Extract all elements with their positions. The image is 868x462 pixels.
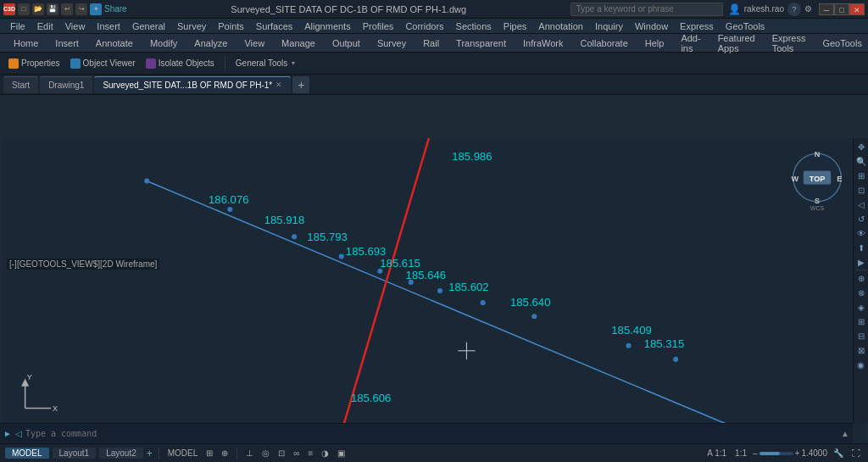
lineweight-button[interactable]: ≡ xyxy=(305,448,315,458)
layout1-tab[interactable]: Layout1 xyxy=(53,448,97,459)
save-icon[interactable]: 💾 xyxy=(47,3,58,15)
minimize-button[interactable]: ─ xyxy=(819,3,834,15)
menu-alignments[interactable]: Alignments xyxy=(299,19,355,34)
transparency-button[interactable]: ◑ xyxy=(319,448,331,458)
tool3-button[interactable]: ◈ xyxy=(854,300,868,314)
tab-annotate[interactable]: Annotate xyxy=(87,35,142,52)
fullscreen-icon[interactable]: ⛶ xyxy=(849,448,863,458)
tab-view[interactable]: View xyxy=(236,35,273,52)
close-button[interactable]: ✕ xyxy=(849,3,865,15)
add-layout-button[interactable]: + xyxy=(147,448,153,459)
menu-annotation[interactable]: Annotation xyxy=(533,19,588,34)
menu-pipes[interactable]: Pipes xyxy=(498,19,532,34)
tab-featured[interactable]: Featured Apps xyxy=(709,35,764,52)
share-label[interactable]: Share xyxy=(104,3,127,15)
undo-icon[interactable]: ↩ xyxy=(61,3,73,15)
add-tab-button[interactable]: + xyxy=(292,76,309,93)
object-viewer-button[interactable]: Object Viewer xyxy=(67,57,139,70)
pan-button[interactable]: ✥ xyxy=(854,140,868,153)
menu-insert[interactable]: Insert xyxy=(92,19,125,34)
tab-express[interactable]: Express Tools xyxy=(764,35,815,52)
zoom-extents-button[interactable]: ⊡ xyxy=(854,183,868,197)
app-logo-icon[interactable]: C3D xyxy=(3,3,15,15)
menu-view[interactable]: View xyxy=(60,19,91,34)
share-icon[interactable]: ✦ xyxy=(90,3,102,15)
ortho-button[interactable]: ⊥ xyxy=(243,448,256,458)
viewport-scale[interactable]: 1:1 xyxy=(732,448,749,458)
tab-home[interactable]: Home xyxy=(5,35,47,52)
properties-button[interactable]: Properties xyxy=(5,57,64,70)
help-icon[interactable]: ? xyxy=(787,3,801,16)
tool7-button[interactable]: ◉ xyxy=(854,358,868,371)
new-icon[interactable]: □ xyxy=(18,3,30,15)
tab-infrawork[interactable]: InfraWork xyxy=(515,35,571,52)
layout2-tab[interactable]: Layout2 xyxy=(99,448,143,459)
show-motion-button[interactable]: ▶ xyxy=(854,255,868,269)
menu-window[interactable]: Window xyxy=(630,19,673,34)
tab-transparent[interactable]: Transparent xyxy=(448,35,515,52)
command-input[interactable] xyxy=(25,429,837,438)
polar-button[interactable]: ◎ xyxy=(259,448,272,458)
osnap-button[interactable]: ⊡ xyxy=(275,448,287,458)
tab-rail[interactable]: Rail xyxy=(415,35,448,52)
tab-active-file[interactable]: Surveyed_SITE DAT...1B OF RMD OF PH-1* ✕ xyxy=(94,76,291,93)
menu-file[interactable]: File xyxy=(5,19,31,34)
search-input[interactable] xyxy=(570,3,723,16)
model-indicator[interactable]: MODEL xyxy=(165,448,201,458)
cmd-chevron-icon[interactable]: ► xyxy=(3,429,12,438)
tab-survey[interactable]: Survey xyxy=(369,35,415,52)
tab-output[interactable]: Output xyxy=(324,35,369,52)
divider2 xyxy=(236,448,237,459)
isolate-button[interactable]: Isolate Objects xyxy=(142,57,218,70)
menu-general[interactable]: General xyxy=(127,19,170,34)
tool2-button[interactable]: ⊗ xyxy=(854,286,868,299)
menu-surfaces[interactable]: Surfaces xyxy=(251,19,298,34)
otrack-button[interactable]: ∞ xyxy=(291,448,302,458)
cmd-expand-icon[interactable]: ▲ xyxy=(841,429,849,438)
tab-help[interactable]: Help xyxy=(637,35,673,52)
zoom-window-button[interactable]: ⊞ xyxy=(854,169,868,182)
cmd-prev-icon[interactable]: ◁ xyxy=(15,429,22,438)
menu-express[interactable]: Express xyxy=(675,19,719,34)
tab-collaborate[interactable]: Collaborate xyxy=(572,35,637,52)
orbit-button[interactable]: ↺ xyxy=(854,212,868,225)
menu-corridors[interactable]: Corridors xyxy=(400,19,448,34)
properties-panel-icon[interactable]: 🔧 xyxy=(831,448,846,458)
tab-start[interactable]: Start xyxy=(3,76,38,93)
tab-drawing1[interactable]: Drawing1 xyxy=(40,76,92,93)
walk-button[interactable]: ⬆ xyxy=(854,241,868,254)
menu-edit[interactable]: Edit xyxy=(32,19,58,34)
menu-inquiry[interactable]: Inquiry xyxy=(590,19,628,34)
tab-addins[interactable]: Add-ins xyxy=(672,35,709,52)
tool4-button[interactable]: ⊞ xyxy=(854,314,868,328)
grid-icon[interactable]: ⊞ xyxy=(203,448,215,458)
tab-insert[interactable]: Insert xyxy=(47,35,87,52)
menu-survey[interactable]: Survey xyxy=(172,19,211,34)
snap-icon[interactable]: ⊕ xyxy=(219,448,231,458)
menu-points[interactable]: Points xyxy=(213,19,249,34)
tool5-button[interactable]: ⊟ xyxy=(854,329,868,342)
open-icon[interactable]: 📂 xyxy=(32,3,44,15)
look-button[interactable]: 👁 xyxy=(854,226,868,240)
tab-modify[interactable]: Modify xyxy=(142,35,186,52)
menu-profiles[interactable]: Profiles xyxy=(358,19,399,34)
tool6-button[interactable]: ⊠ xyxy=(854,343,868,357)
zoom-button[interactable]: 🔍 xyxy=(854,154,868,168)
menu-geotools[interactable]: GeoTools xyxy=(721,19,770,34)
tool1-button[interactable]: ⊕ xyxy=(854,271,868,285)
zoom-in-button[interactable]: + xyxy=(795,448,800,458)
settings-icon[interactable]: ⚙ xyxy=(804,4,812,14)
menu-sections[interactable]: Sections xyxy=(451,19,497,34)
model-tab[interactable]: MODEL xyxy=(5,448,49,459)
tab-manage[interactable]: Manage xyxy=(273,35,324,52)
maximize-button[interactable]: □ xyxy=(834,3,849,15)
redo-icon[interactable]: ↪ xyxy=(75,3,87,15)
zoom-out-button[interactable]: – xyxy=(753,448,758,458)
tab-analyze[interactable]: Analyze xyxy=(186,35,236,52)
tab-geotools[interactable]: GeoTools xyxy=(814,35,868,52)
close-tab-icon[interactable]: ✕ xyxy=(275,81,282,89)
zoom-prev-button[interactable]: ◁ xyxy=(854,198,868,211)
annotation-scale[interactable]: A 1:1 xyxy=(704,448,729,458)
selection-button[interactable]: ▣ xyxy=(335,448,348,458)
general-tools-button[interactable]: General Tools ▾ xyxy=(232,57,299,70)
